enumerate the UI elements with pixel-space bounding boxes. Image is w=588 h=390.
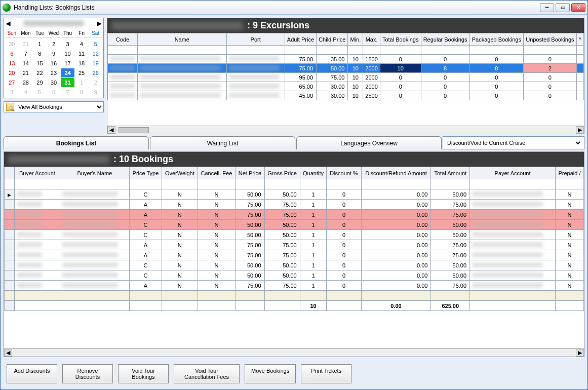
excursions-row[interactable]: 95.0075.001020000000 bbox=[108, 73, 584, 82]
calendar-day[interactable]: 3 bbox=[5, 88, 19, 97]
view-selector-dropdown[interactable]: View All Bookings bbox=[16, 103, 103, 110]
calendar-day[interactable]: 31 bbox=[19, 40, 33, 49]
calendar-day[interactable]: 28 bbox=[19, 78, 33, 87]
bookings-row[interactable]: ANN75.0075.00100.0075.00N bbox=[5, 240, 584, 250]
print-tickets-button[interactable]: Print Tickets bbox=[301, 364, 351, 383]
bookings-row[interactable]: CNN50.0050.00100.0050.00N bbox=[5, 189, 584, 200]
excursions-column-header[interactable]: Unposted Bookings bbox=[524, 33, 577, 46]
calendar-day[interactable]: 8 bbox=[33, 49, 47, 58]
calendar-day[interactable]: 20 bbox=[5, 68, 19, 77]
calendar-day[interactable]: 7 bbox=[19, 49, 33, 58]
calendar-day[interactable]: 18 bbox=[75, 59, 89, 68]
calendar-day[interactable]: 15 bbox=[33, 59, 47, 68]
calendar-day[interactable]: 13 bbox=[5, 59, 19, 68]
excursions-column-header[interactable]: Adult Price bbox=[285, 33, 316, 46]
bookings-column-header[interactable]: Buyer Account bbox=[15, 167, 60, 179]
calendar-day[interactable]: 10 bbox=[61, 49, 74, 58]
scroll-thumb[interactable] bbox=[119, 127, 149, 133]
close-button[interactable]: ✕ bbox=[571, 3, 585, 12]
bookings-column-header[interactable]: Discount % bbox=[327, 167, 361, 179]
tab-languages-overview[interactable]: Languages Overview bbox=[296, 136, 442, 149]
bookings-row[interactable]: CNN50.0050.00100.0050.00N bbox=[5, 260, 584, 270]
bookings-column-header[interactable]: Quantity bbox=[300, 167, 327, 179]
calendar-day[interactable]: 17 bbox=[61, 59, 74, 68]
calendar-day[interactable]: 26 bbox=[89, 68, 102, 77]
bookings-column-header[interactable]: Cancell. Fee bbox=[198, 167, 236, 179]
calendar-day[interactable]: 9 bbox=[47, 49, 61, 58]
bookings-row[interactable]: CNN50.0050.00100.0050.00N bbox=[5, 220, 584, 230]
discount-scope-select[interactable]: Discount/Void to Current Cruise bbox=[445, 139, 582, 146]
calendar-day[interactable]: 8 bbox=[75, 88, 89, 97]
move-bookings-button[interactable]: Move Bookings bbox=[245, 364, 296, 383]
bookings-column-header[interactable]: OverWeight bbox=[162, 167, 198, 179]
excursions-column-header[interactable]: Regular Bookings bbox=[421, 33, 469, 46]
bookings-column-header[interactable]: Discount/Refund Amount bbox=[361, 167, 431, 179]
discount-scope-dropdown[interactable]: Discount/Void to Current Cruise bbox=[443, 136, 584, 149]
calendar-day[interactable]: 2 bbox=[89, 78, 102, 87]
excursions-hscroll[interactable]: ◀ ▶ bbox=[107, 126, 584, 134]
bookings-row[interactable]: CNN50.0050.00100.0050.00N bbox=[5, 270, 584, 281]
calendar-day[interactable]: 5 bbox=[33, 88, 47, 97]
calendar-day[interactable]: 5 bbox=[89, 40, 102, 49]
calendar-day[interactable]: 16 bbox=[47, 59, 61, 68]
calendar-day[interactable]: 14 bbox=[19, 59, 33, 68]
bookings-column-header[interactable]: Payer Account bbox=[470, 167, 556, 179]
bookings-column-header[interactable]: Price Type bbox=[129, 167, 162, 179]
excursions-row[interactable]: 75.0050.0010200010802 bbox=[108, 64, 584, 73]
bookings-column-header[interactable]: Total Amount bbox=[431, 167, 470, 179]
bookings-column-header[interactable]: Net Price bbox=[236, 167, 264, 179]
calendar-day[interactable]: 4 bbox=[19, 88, 33, 97]
remove-discounts-button[interactable]: Remove Discounts bbox=[62, 364, 113, 383]
calendar-day[interactable]: 6 bbox=[5, 49, 19, 58]
calendar-day[interactable]: 11 bbox=[75, 49, 89, 58]
scroll-right-icon[interactable]: ▶ bbox=[576, 349, 584, 357]
minimize-button[interactable]: ━ bbox=[540, 3, 554, 12]
excursions-row[interactable]: 65.0030.001020000000 bbox=[108, 82, 584, 91]
bookings-row[interactable]: CNN50.0050.00100.0050.00N bbox=[5, 230, 584, 240]
calendar-day[interactable]: 1 bbox=[75, 78, 89, 87]
scroll-left-icon[interactable]: ◀ bbox=[4, 349, 12, 357]
excursions-column-header[interactable]: Min. bbox=[348, 33, 363, 46]
tab-waiting-list[interactable]: Waiting List bbox=[150, 136, 295, 149]
excursions-table[interactable]: CodeNamePortAdult PriceChild PriceMin.Ma… bbox=[107, 33, 584, 100]
maximize-button[interactable]: ▭ bbox=[556, 3, 570, 12]
calendar-day[interactable]: 12 bbox=[89, 49, 102, 58]
scroll-left-icon[interactable]: ◀ bbox=[107, 126, 115, 134]
calendar-day[interactable]: 24 bbox=[61, 68, 74, 77]
calendar-day[interactable]: 29 bbox=[33, 78, 47, 87]
excursions-column-header[interactable]: Total Bookings bbox=[380, 33, 421, 46]
excursions-column-header[interactable]: Name bbox=[138, 33, 226, 46]
calendar-day[interactable]: 2 bbox=[47, 40, 61, 49]
bookings-hscroll[interactable]: ◀ ▶ bbox=[4, 348, 584, 357]
bookings-row[interactable]: ANN75.0075.00100.0075.00N bbox=[5, 250, 584, 260]
void-tour-bookings-button[interactable]: Void Tour Bookings bbox=[118, 364, 169, 383]
calendar-prev-icon[interactable]: ◀ bbox=[6, 20, 10, 27]
calendar-day[interactable]: 19 bbox=[89, 59, 102, 68]
excursions-column-header[interactable]: Child Price bbox=[317, 33, 348, 46]
calendar-day[interactable]: 21 bbox=[19, 68, 33, 77]
calendar-day[interactable]: 30 bbox=[47, 78, 61, 87]
tab-bookings-list[interactable]: Bookings List bbox=[4, 136, 149, 149]
calendar-day[interactable]: 7 bbox=[61, 88, 74, 97]
bookings-column-header[interactable] bbox=[5, 167, 15, 179]
excursions-row[interactable]: 45.0030.001025000000 bbox=[108, 91, 584, 100]
calendar-day[interactable]: 31 bbox=[61, 78, 74, 87]
excursions-column-header[interactable]: Max. bbox=[363, 33, 380, 46]
bookings-column-header[interactable]: Buyer's Name bbox=[60, 167, 129, 179]
calendar-day[interactable]: 25 bbox=[75, 68, 89, 77]
excursions-column-header[interactable]: Packaged Bookings bbox=[469, 33, 523, 46]
bookings-table[interactable]: Buyer AccountBuyer's NamePrice TypeOverW… bbox=[4, 167, 584, 311]
void-cancellation-fees-button[interactable]: Void Tour Cancellation Fees bbox=[174, 364, 240, 383]
excursions-row[interactable]: 75.0035.001015000000 bbox=[108, 55, 584, 64]
calendar-day[interactable]: 1 bbox=[33, 40, 47, 49]
bookings-column-header[interactable]: Prepaid / bbox=[555, 167, 583, 179]
calendar-day[interactable]: 23 bbox=[47, 68, 61, 77]
bookings-row[interactable]: ANN75.0075.00100.0075.00N bbox=[5, 281, 584, 291]
calendar-day[interactable]: 30 bbox=[5, 40, 19, 49]
calendar-day[interactable]: 4 bbox=[75, 40, 89, 49]
scroll-right-icon[interactable]: ▶ bbox=[576, 126, 584, 134]
calendar-day[interactable]: 9 bbox=[89, 88, 102, 97]
calendar-day[interactable]: 3 bbox=[61, 40, 74, 49]
calendar-day[interactable]: 22 bbox=[33, 68, 47, 77]
excursions-column-header[interactable]: Port bbox=[226, 33, 285, 46]
